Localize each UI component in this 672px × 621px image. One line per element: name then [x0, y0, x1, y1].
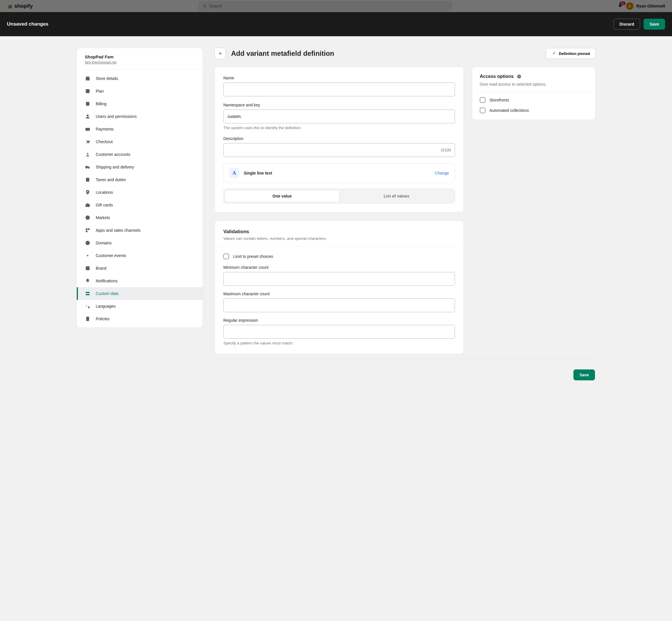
validations-subtitle: Values can contain letters, numbers, and… [223, 236, 455, 241]
type-text-icon: A [229, 168, 239, 178]
max-count-input[interactable] [223, 298, 455, 312]
svg-point-9 [86, 143, 87, 144]
access-options-title: Access options i [480, 74, 588, 79]
checkout-icon [85, 139, 90, 144]
footer-save-button[interactable]: Save [574, 369, 595, 380]
description-counter: 0/100 [441, 148, 451, 152]
customer-accounts-icon [85, 152, 90, 157]
svg-point-0 [203, 5, 205, 7]
svg-rect-12 [85, 166, 88, 168]
sidebar-item-label: Brand [96, 266, 107, 271]
min-count-input[interactable] [223, 272, 455, 286]
notifications-icon [85, 278, 90, 284]
sidebar-item-label: Customer events [96, 253, 126, 258]
sidebar-item-label: Checkout [96, 139, 113, 144]
definition-pinned-button[interactable]: Definition pinned [546, 48, 595, 59]
sidebar-item-gift-cards[interactable]: Gift cards [77, 199, 203, 211]
save-button[interactable]: Save [643, 19, 665, 30]
svg-point-23 [87, 255, 88, 256]
store-details-icon [85, 76, 90, 81]
sidebar-item-label: Payments [96, 127, 114, 131]
sidebar-item-label: Locations [96, 190, 113, 195]
access-storefronts-checkbox[interactable] [480, 97, 486, 103]
svg-rect-26 [86, 294, 89, 295]
svg-point-6 [87, 115, 89, 116]
svg-rect-7 [86, 128, 90, 131]
unsaved-changes-bar: Unsaved changes Discard Save [0, 12, 672, 36]
max-count-label: Maximum character count [223, 292, 455, 296]
search-icon [202, 4, 207, 8]
sidebar-item-label: Customer accounts [96, 152, 130, 157]
sidebar-item-locations[interactable]: Locations [77, 186, 203, 199]
sidebar-item-languages[interactable]: Languages [77, 300, 203, 313]
seg-list-of-values[interactable]: List of values [339, 190, 454, 202]
sidebar-item-policies[interactable]: Policies [77, 313, 203, 325]
sidebar-item-notifications[interactable]: Notifications [77, 275, 203, 287]
gift-cards-icon [85, 202, 90, 208]
svg-point-11 [87, 153, 88, 154]
background-admin-header: shopify Search 11 S Ryan ODonnell [0, 0, 672, 12]
discard-button[interactable]: Discard [613, 19, 640, 30]
type-row: A Single line text Change [223, 163, 455, 183]
page-title: Add variant metafield definition [231, 49, 334, 57]
sidebar-item-store-details[interactable]: Store details [77, 72, 203, 85]
svg-rect-20 [88, 228, 90, 230]
sidebar-item-brand[interactable]: Brand [77, 262, 203, 275]
sidebar-item-users-and-permissions[interactable]: Users and permissions [77, 110, 203, 123]
shopify-logo: shopify [7, 3, 33, 9]
svg-text:i: i [519, 75, 520, 78]
description-input[interactable] [223, 143, 455, 157]
access-automated-collections-row[interactable]: Automated collections [480, 108, 588, 113]
sidebar-item-customer-events[interactable]: Customer events [77, 249, 203, 262]
sidebar-item-markets[interactable]: Markets [77, 211, 203, 224]
customer-events-icon [85, 253, 90, 258]
header-user-area: 11 S Ryan ODonnell [617, 2, 665, 10]
type-name: Single line text [244, 171, 272, 175]
info-icon: i [516, 74, 522, 79]
limit-preset-checkbox[interactable] [223, 254, 229, 259]
back-button[interactable] [214, 48, 226, 59]
name-input[interactable] [223, 83, 455, 96]
svg-point-16 [87, 191, 88, 192]
shipping-and-delivery-icon [85, 164, 90, 170]
svg-rect-8 [86, 128, 90, 129]
sidebar-item-apps-and-sales-channels[interactable]: Apps and sales channels [77, 224, 203, 237]
sidebar-item-billing[interactable]: $Billing [77, 97, 203, 110]
sidebar-item-label: Custom data [96, 291, 118, 296]
validations-card: Validations Values can contain letters, … [214, 220, 464, 354]
brand-icon [85, 265, 90, 271]
sidebar-item-customer-accounts[interactable]: Customer accounts [77, 148, 203, 161]
namespace-input[interactable] [223, 110, 455, 123]
svg-point-10 [88, 143, 89, 144]
sidebar-item-label: Gift cards [96, 203, 113, 207]
policies-icon [85, 316, 90, 322]
change-type-link[interactable]: Change [435, 171, 449, 175]
store-domain-link[interactable]: fam.theshoppad.net [85, 60, 117, 65]
svg-rect-21 [86, 231, 87, 232]
sidebar-item-checkout[interactable]: Checkout [77, 135, 203, 148]
namespace-label: Namespace and key [223, 102, 455, 107]
sidebar-item-taxes-and-duties[interactable]: Taxes and duties [77, 173, 203, 186]
sidebar-item-plan[interactable]: Plan [77, 85, 203, 97]
limit-preset-row[interactable]: Limit to preset choices [223, 254, 455, 259]
sidebar-item-shipping-and-delivery[interactable]: Shipping and delivery [77, 161, 203, 173]
sidebar-item-domains[interactable]: Domains [77, 237, 203, 249]
seg-one-value[interactable]: One value [225, 190, 339, 202]
sidebar-item-custom-data[interactable]: Custom data [77, 287, 203, 300]
store-name: ShopPad Fam [85, 54, 195, 59]
regex-input[interactable] [223, 325, 455, 339]
access-options-card: Access options i Give read access to sel… [472, 67, 595, 120]
access-storefronts-label: Storefronts [490, 98, 509, 102]
access-automated-collections-checkbox[interactable] [480, 108, 486, 113]
payments-icon [85, 126, 90, 132]
regex-label: Regular expression [223, 318, 455, 323]
unsaved-changes-label: Unsaved changes [7, 21, 49, 27]
svg-rect-15 [86, 178, 89, 181]
sidebar-item-label: Notifications [96, 279, 118, 283]
limit-preset-label: Limit to preset choices [233, 254, 273, 259]
regex-helper: Specify a pattern the values must match. [223, 341, 455, 345]
access-storefronts-row[interactable]: Storefronts [480, 97, 588, 103]
sidebar-item-payments[interactable]: Payments [77, 123, 203, 135]
definition-form-card: Name Namespace and key The system uses t… [214, 67, 464, 212]
global-search: Search [199, 1, 452, 11]
